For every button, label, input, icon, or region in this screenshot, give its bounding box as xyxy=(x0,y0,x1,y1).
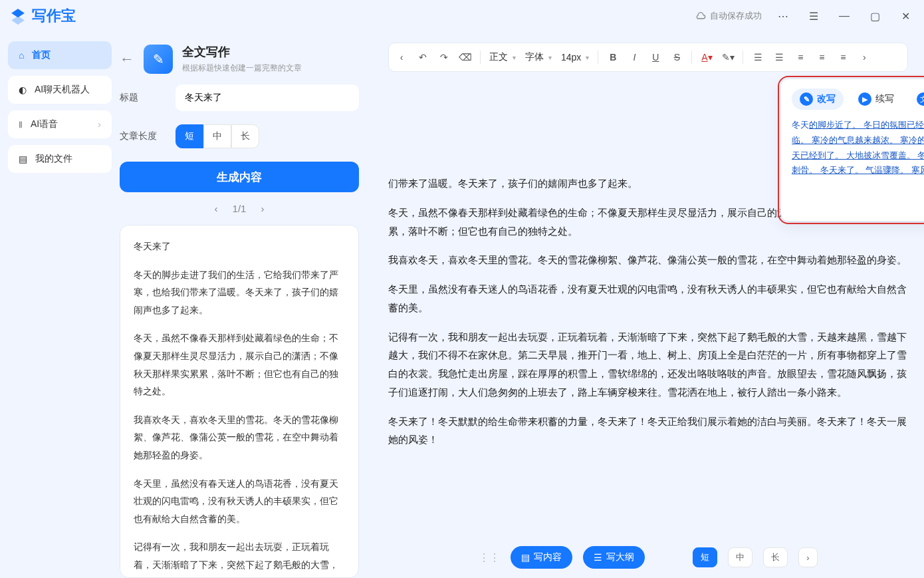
doc-icon: ▤ xyxy=(521,552,530,563)
bold-button[interactable]: B xyxy=(603,47,623,67)
outline-icon: ☰ xyxy=(594,552,602,563)
logo-icon xyxy=(9,7,27,25)
text-color-button[interactable]: A▾ xyxy=(697,47,717,67)
back-button[interactable]: ← xyxy=(120,51,134,68)
ai-tab-translate[interactable]: 文翻译 xyxy=(909,88,924,110)
indent-right-button[interactable]: ☰ xyxy=(769,47,789,67)
nav-chatbot[interactable]: ◐AI聊天机器人 xyxy=(8,76,112,104)
highlight-button[interactable]: ✎▾ xyxy=(718,47,738,67)
write-content-button[interactable]: ▤写内容 xyxy=(511,546,572,569)
file-icon: ▤ xyxy=(19,154,27,164)
bottom-length-medium[interactable]: 中 xyxy=(728,547,752,567)
pager-text: 1/1 xyxy=(233,203,247,214)
app-logo: 写作宝 xyxy=(9,6,76,26)
undo-button[interactable]: ↶ xyxy=(413,47,433,67)
pencil-icon: ✎ xyxy=(800,92,813,106)
feature-icon: ✎ xyxy=(144,45,173,74)
preview-title: 冬天来了 xyxy=(134,237,345,255)
chat-icon: ◐ xyxy=(19,84,27,95)
app-name: 写作宝 xyxy=(32,6,76,26)
minimize-button[interactable]: — xyxy=(835,7,854,25)
bottom-next[interactable]: › xyxy=(798,547,817,567)
drag-handle-icon[interactable]: ⋮⋮ xyxy=(479,551,500,564)
pager-next[interactable]: › xyxy=(261,203,264,214)
bottom-bar: ⋮⋮ ▤写内容 ☰写大纲 短 中 长 › xyxy=(372,546,924,569)
title-label: 标题 xyxy=(120,92,160,104)
close-button[interactable]: ✕ xyxy=(896,7,915,25)
align-center-button[interactable]: ≡ xyxy=(812,47,832,67)
align-right-button[interactable]: ≡ xyxy=(833,47,853,67)
font-dropdown[interactable]: 字体 xyxy=(521,51,556,63)
align-left-button[interactable]: ≡ xyxy=(790,47,810,67)
cloud-icon xyxy=(695,11,706,21)
pager-prev[interactable]: ‹ xyxy=(215,203,218,214)
more-button[interactable]: ⋯ xyxy=(774,7,792,25)
ai-suggestion: 冬天的脚步近了。 冬日的氛围已经笼罩了大地。 冬天已经来临。 寒冷的气息越来越浓… xyxy=(792,118,924,178)
nav-files[interactable]: ▤我的文件 xyxy=(8,145,112,173)
wave-icon: ⦀ xyxy=(19,119,23,130)
translate-icon: 文 xyxy=(917,92,924,106)
ai-popup: ✎改写 ▶续写 文翻译 ≡总结 冬天的脚步近了。 冬日的氛围已经笼罩了大地。 冬… xyxy=(780,78,924,221)
text-style-dropdown[interactable]: 正文 xyxy=(485,51,520,63)
bottom-length-short[interactable]: 短 xyxy=(693,547,717,567)
italic-button[interactable]: I xyxy=(624,47,644,67)
bottom-length-long[interactable]: 长 xyxy=(763,547,788,567)
strike-button[interactable]: S xyxy=(667,47,687,67)
ai-tab-continue[interactable]: ▶续写 xyxy=(850,88,902,110)
length-long[interactable]: 长 xyxy=(231,124,259,148)
underline-button[interactable]: U xyxy=(645,47,665,67)
indent-left-button[interactable]: ☰ xyxy=(748,47,768,67)
toolbar-next[interactable]: › xyxy=(854,47,874,67)
home-icon: ⌂ xyxy=(19,50,24,61)
format-brush[interactable]: ⌫ xyxy=(455,47,475,67)
nav-voice[interactable]: ⦀AI语音› xyxy=(8,110,112,138)
length-label: 文章长度 xyxy=(120,130,160,142)
redo-button[interactable]: ↷ xyxy=(434,47,454,67)
length-short[interactable]: 短 xyxy=(175,124,203,148)
title-input[interactable] xyxy=(175,84,359,111)
maximize-button[interactable]: ▢ xyxy=(866,7,884,25)
preview-card: 冬天来了 冬天的脚步走进了我们的生活，它给我们带来了严寒，也给我们带来了温暖。冬… xyxy=(120,225,359,578)
font-size-dropdown[interactable]: 14px xyxy=(557,52,593,63)
editor-toolbar: ‹ ↶ ↷ ⌫ 正文 字体 14px B I U S A▾ ✎▾ ☰ ☰ ≡ ≡… xyxy=(388,43,908,72)
feature-subtitle: 根据标题快速创建一篇完整的文章 xyxy=(182,63,302,74)
length-medium[interactable]: 中 xyxy=(203,124,231,148)
sidebar: ⌂首页 ◐AI聊天机器人 ⦀AI语音› ▤我的文件 xyxy=(0,32,120,578)
play-icon: ▶ xyxy=(858,92,871,106)
ai-tab-rewrite[interactable]: ✎改写 xyxy=(792,88,844,110)
autosave-status: 自动保存成功 xyxy=(695,10,762,22)
write-outline-button[interactable]: ☰写大纲 xyxy=(583,546,645,569)
chevron-right-icon: › xyxy=(98,119,101,130)
menu-button[interactable]: ☰ xyxy=(804,7,823,25)
toolbar-prev[interactable]: ‹ xyxy=(392,47,411,67)
nav-home[interactable]: ⌂首页 xyxy=(8,41,112,69)
feature-title: 全文写作 xyxy=(182,44,302,60)
generate-button[interactable]: 生成内容 xyxy=(120,162,359,192)
